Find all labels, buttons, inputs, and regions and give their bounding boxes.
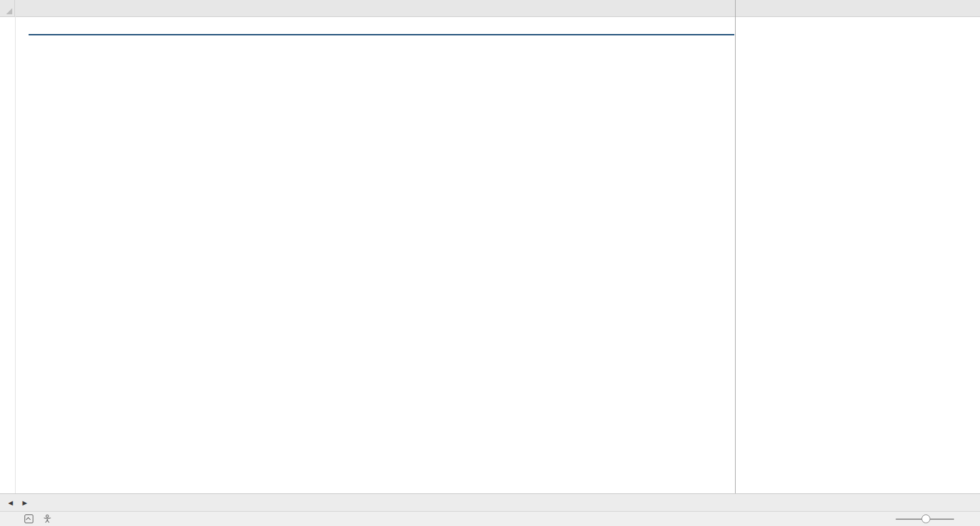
status-bar <box>0 511 980 526</box>
zoom-slider-knob[interactable] <box>921 514 930 523</box>
status-left <box>0 514 55 523</box>
display-settings-icon[interactable] <box>24 514 33 523</box>
column-header-bar <box>0 0 980 17</box>
accessibility-status[interactable] <box>43 514 55 523</box>
title-underline <box>29 34 734 35</box>
worksheet-area <box>0 0 980 493</box>
status-right <box>852 519 980 520</box>
sheet-tab-bar: ◀ ▶ <box>0 493 980 511</box>
accessibility-person-icon <box>43 514 52 523</box>
tab-scroll-right-icon[interactable]: ▶ <box>22 499 27 506</box>
tab-scroll-left-icon[interactable]: ◀ <box>8 499 13 506</box>
excel-window: ◀ ▶ <box>0 0 980 526</box>
select-all-corner[interactable] <box>0 0 15 16</box>
zoom-slider[interactable] <box>896 519 954 520</box>
tab-nav: ◀ ▶ <box>0 494 35 511</box>
gutter-divider <box>15 16 16 493</box>
freeze-pane-divider[interactable] <box>735 0 736 493</box>
